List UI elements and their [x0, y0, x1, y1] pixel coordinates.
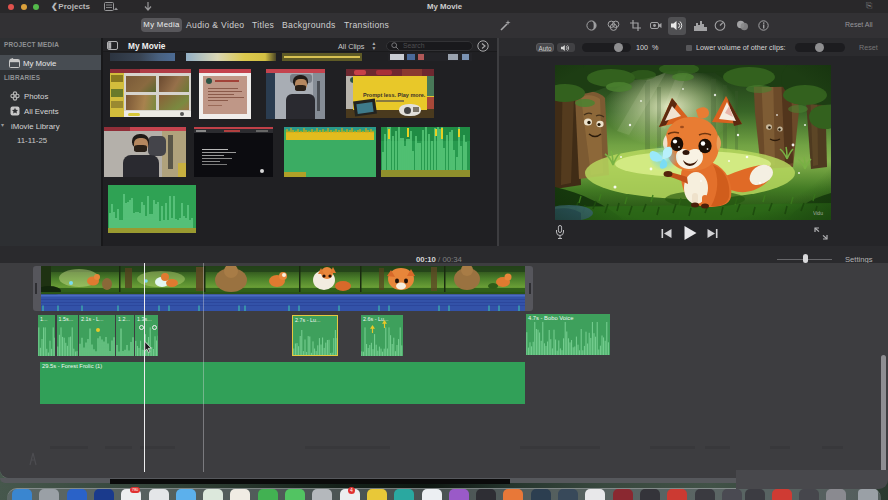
svg-text:Vidu: Vidu: [813, 210, 823, 216]
